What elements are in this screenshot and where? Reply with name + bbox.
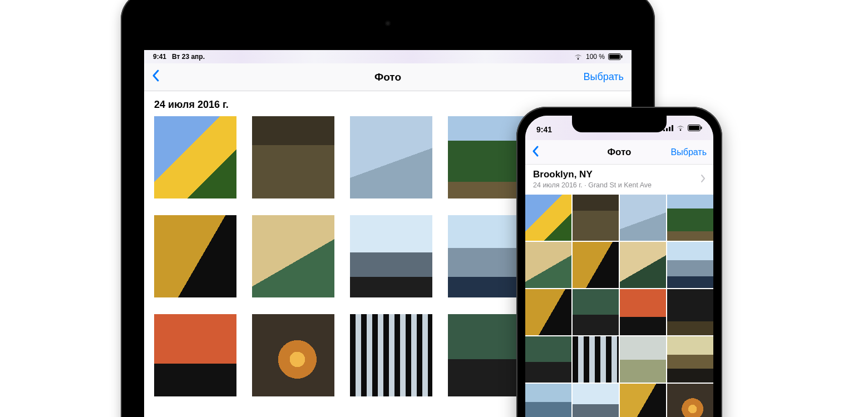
photo-thumbnail[interactable]: [620, 242, 666, 288]
status-battery-text: 100 %: [586, 53, 605, 61]
photo-thumbnail[interactable]: [667, 195, 713, 241]
photo-thumbnail[interactable]: [667, 336, 713, 383]
iphone-photo-grid: [525, 195, 713, 417]
battery-icon: [688, 124, 702, 133]
photo-thumbnail[interactable]: [252, 314, 334, 396]
svg-rect-1: [609, 54, 620, 59]
photo-thumbnail[interactable]: [620, 336, 666, 383]
iphone-screen: 9:41 Фото Выбрать Brooklyn,: [525, 116, 713, 417]
photo-thumbnail[interactable]: [252, 215, 334, 297]
status-date: Вт 23 апр.: [172, 53, 205, 61]
photo-thumbnail[interactable]: [350, 314, 432, 396]
svg-rect-4: [666, 128, 668, 132]
svg-rect-8: [689, 126, 699, 130]
status-left: 9:41 Вт 23 апр.: [153, 53, 205, 61]
photo-thumbnail[interactable]: [620, 195, 666, 241]
svg-rect-6: [672, 125, 673, 131]
chevron-right-icon: [701, 173, 706, 186]
ipad-status-bar: 9:41 Вт 23 апр. 100 %: [144, 50, 632, 63]
photo-thumbnail[interactable]: [667, 242, 713, 288]
battery-icon: [608, 53, 623, 60]
photo-thumbnail[interactable]: [620, 289, 666, 335]
photo-thumbnail[interactable]: [525, 336, 571, 383]
photo-thumbnail[interactable]: [525, 195, 571, 241]
photo-thumbnail[interactable]: [667, 384, 713, 417]
svg-rect-3: [663, 130, 665, 131]
photo-thumbnail[interactable]: [350, 215, 432, 297]
wifi-icon: [574, 53, 583, 60]
status-time: 9:41: [536, 125, 552, 134]
photo-thumbnail[interactable]: [252, 116, 334, 198]
photo-thumbnail[interactable]: [350, 116, 432, 198]
iphone-notch: [572, 116, 667, 132]
location-title: Brooklyn, NY: [533, 169, 652, 180]
photo-thumbnail[interactable]: [525, 242, 571, 288]
status-time: 9:41: [153, 53, 166, 61]
photo-thumbnail[interactable]: [573, 336, 619, 383]
svg-rect-5: [669, 127, 670, 131]
iphone-device: 9:41 Фото Выбрать Brooklyn,: [516, 107, 722, 417]
photo-thumbnail[interactable]: [525, 384, 571, 417]
iphone-location-header[interactable]: Brooklyn, NY 24 июля 2016 г. · Grand St …: [525, 165, 713, 195]
photo-thumbnail[interactable]: [573, 242, 619, 288]
iphone-nav-bar: Фото Выбрать: [525, 140, 713, 165]
wifi-icon: [676, 124, 685, 133]
location-subtitle: 24 июля 2016 г. · Grand St и Kent Ave: [533, 181, 652, 189]
photo-thumbnail[interactable]: [667, 289, 713, 335]
svg-rect-2: [622, 56, 623, 58]
photo-thumbnail[interactable]: [573, 195, 619, 241]
photo-thumbnail[interactable]: [154, 116, 236, 198]
select-button[interactable]: Выбрать: [583, 71, 624, 83]
ipad-camera-dot: [385, 21, 391, 26]
svg-rect-9: [701, 127, 702, 130]
photo-thumbnail[interactable]: [573, 384, 619, 417]
back-button[interactable]: [532, 145, 539, 160]
photo-thumbnail[interactable]: [620, 384, 666, 417]
status-right: 100 %: [574, 53, 623, 61]
select-button[interactable]: Выбрать: [671, 147, 707, 157]
back-button[interactable]: [152, 69, 160, 85]
photo-thumbnail[interactable]: [154, 215, 236, 297]
photo-thumbnail[interactable]: [525, 289, 571, 335]
photo-thumbnail[interactable]: [154, 314, 236, 396]
status-right: [663, 124, 702, 133]
location-block: Brooklyn, NY 24 июля 2016 г. · Grand St …: [533, 169, 652, 189]
ipad-nav-bar: Фото Выбрать: [144, 63, 632, 91]
nav-title: Фото: [144, 71, 632, 83]
photo-thumbnail[interactable]: [573, 289, 619, 335]
